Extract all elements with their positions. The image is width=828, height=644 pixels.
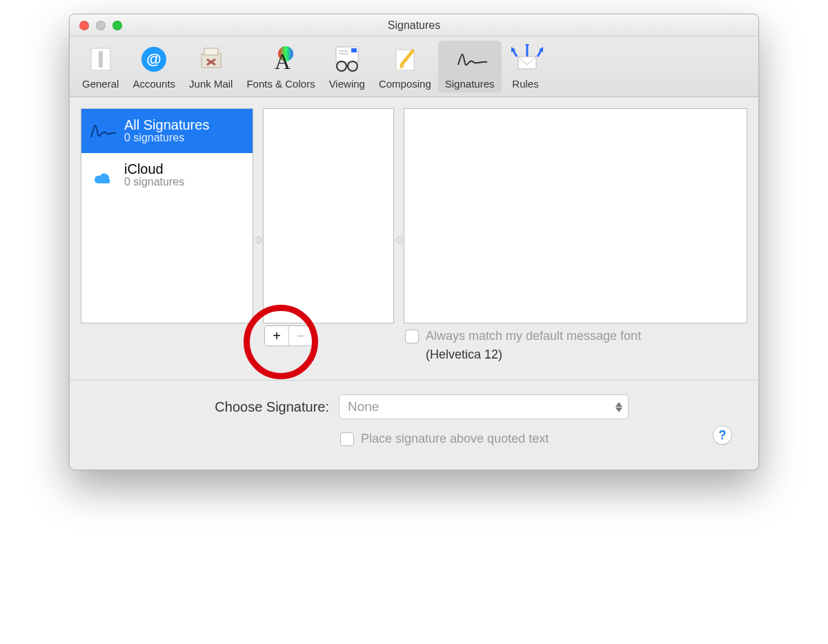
tab-label: Viewing (329, 78, 365, 90)
help-button[interactable]: ? (713, 425, 732, 445)
fonts-colors-icon: A (264, 42, 298, 77)
tab-label: General (82, 78, 119, 90)
match-font-note: (Helvetica 12) (405, 348, 641, 362)
tab-label: Fonts & Colors (246, 78, 315, 90)
tab-label: Signatures (445, 78, 495, 90)
choose-signature-select[interactable]: None (339, 394, 629, 419)
svg-point-14 (337, 61, 346, 71)
tab-rules[interactable]: Rules (502, 41, 550, 92)
place-above-checkbox[interactable] (340, 432, 354, 446)
choose-signature-value: None (348, 399, 379, 414)
account-name: All Signatures (124, 118, 209, 132)
accounts-pane[interactable]: All Signatures 0 signatures iCloud 0 sig… (81, 108, 253, 323)
resize-handle-icon[interactable] (396, 237, 403, 243)
tab-accounts[interactable]: @ Accounts (126, 41, 182, 92)
svg-text:@: @ (146, 50, 161, 68)
account-row-icloud[interactable]: iCloud 0 signatures (81, 153, 253, 197)
svg-marker-23 (525, 44, 529, 48)
svg-point-15 (348, 61, 357, 71)
viewing-icon (330, 42, 364, 77)
tab-label: Junk Mail (189, 78, 233, 90)
account-sub: 0 signatures (124, 132, 209, 144)
chevron-up-down-icon (615, 402, 622, 412)
svg-rect-4 (201, 54, 221, 68)
window-title: Signatures (70, 19, 758, 32)
minimize-window-button[interactable] (96, 21, 106, 30)
svg-rect-11 (351, 48, 357, 52)
account-sub: 0 signatures (124, 176, 184, 188)
place-above-label: Place signature above quoted text (361, 432, 549, 446)
tab-signatures[interactable]: Signatures (438, 41, 502, 92)
account-text: iCloud 0 signatures (124, 162, 184, 188)
account-row-all-signatures[interactable]: All Signatures 0 signatures (81, 109, 253, 153)
icloud-icon (88, 161, 117, 190)
match-font-label: Always match my default message font (426, 329, 641, 343)
add-signature-button[interactable]: + (265, 326, 288, 345)
tab-label: Composing (379, 78, 431, 90)
match-font-group: Always match my default message font (He… (405, 329, 641, 362)
tab-general[interactable]: General (75, 41, 126, 92)
tab-composing[interactable]: Composing (372, 41, 438, 92)
svg-marker-25 (615, 407, 622, 412)
tab-fonts-colors[interactable]: A Fonts & Colors (239, 41, 322, 92)
accounts-icon: @ (137, 42, 171, 77)
preferences-toolbar: General @ Accounts Junk Mail A Fonts & C… (70, 37, 758, 97)
account-text: All Signatures 0 signatures (124, 118, 209, 144)
resize-handle-icon[interactable] (255, 237, 262, 243)
signatures-panel: All Signatures 0 signatures iCloud 0 sig… (70, 97, 758, 467)
account-name: iCloud (124, 162, 184, 176)
add-remove-signature: + − (264, 325, 313, 346)
tab-viewing[interactable]: Viewing (322, 41, 372, 92)
junk-mail-icon (194, 42, 228, 77)
traffic-lights (70, 21, 122, 30)
signature-icon (88, 117, 117, 145)
svg-text:A: A (275, 49, 290, 74)
tab-junk-mail[interactable]: Junk Mail (182, 41, 239, 92)
general-icon (83, 42, 118, 77)
signature-editor-pane[interactable] (404, 108, 747, 323)
preferences-window: Signatures General @ Accounts Junk Mail … (69, 14, 759, 470)
rules-icon (509, 42, 543, 77)
signatures-icon (453, 42, 487, 77)
bottom-panel: Choose Signature: None Place signature a… (81, 381, 747, 456)
zoom-window-button[interactable] (112, 21, 122, 30)
match-font-checkbox[interactable] (405, 330, 419, 343)
tab-label: Accounts (132, 78, 175, 90)
remove-signature-button[interactable]: − (288, 326, 312, 345)
svg-rect-1 (99, 51, 103, 68)
choose-signature-label: Choose Signature: (95, 399, 329, 415)
svg-rect-20 (518, 57, 536, 69)
close-window-button[interactable] (79, 21, 89, 30)
titlebar: Signatures (70, 14, 758, 37)
tab-label: Rules (512, 78, 538, 90)
help-icon: ? (719, 428, 727, 443)
svg-marker-24 (615, 402, 622, 407)
composing-icon (388, 42, 422, 77)
svg-rect-5 (204, 48, 218, 55)
signatures-list-pane[interactable] (263, 108, 394, 323)
